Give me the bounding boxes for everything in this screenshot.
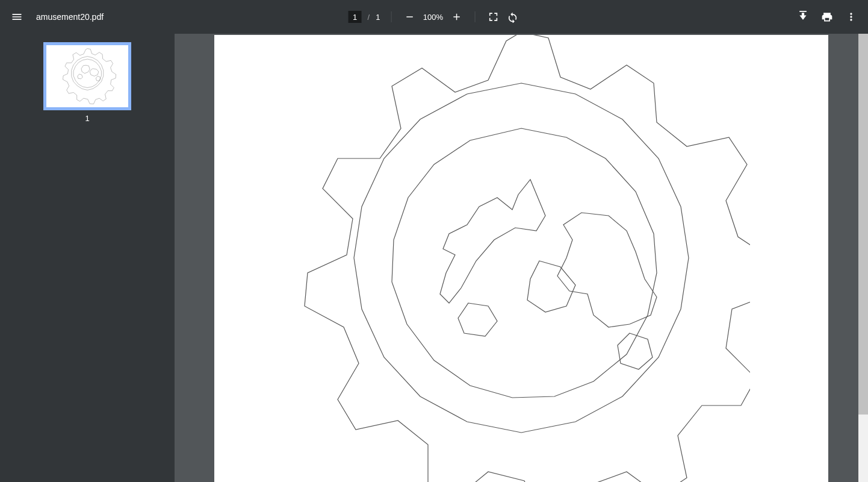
- toolbar-right: [796, 10, 858, 24]
- print-button[interactable]: [820, 10, 834, 24]
- thumbnail-sidebar: 1: [0, 34, 175, 482]
- svg-marker-11: [557, 213, 657, 327]
- svg-marker-2: [73, 59, 101, 87]
- gear-fish-icon: [51, 48, 124, 104]
- pdf-toolbar: amusement20.pdf / 1 100%: [0, 0, 868, 34]
- svg-marker-12: [527, 261, 575, 312]
- divider: [474, 11, 475, 22]
- gear-fish-drawing: [293, 35, 750, 482]
- divider: [391, 11, 391, 22]
- zoom-out-button[interactable]: [402, 10, 417, 24]
- svg-marker-8: [354, 83, 689, 433]
- thumbnail-page-number: 1: [85, 114, 89, 123]
- page-separator: /: [368, 13, 370, 22]
- file-title: amusement20.pdf: [36, 12, 104, 22]
- toolbar-center: / 1 100%: [349, 10, 520, 24]
- rotate-button[interactable]: [505, 10, 519, 24]
- vertical-scrollbar[interactable]: [858, 34, 868, 482]
- svg-marker-6: [96, 77, 101, 81]
- zoom-level: 100%: [421, 13, 444, 22]
- pdf-page: [214, 35, 828, 482]
- thumbnail-item: 1: [43, 42, 131, 123]
- fit-to-page-button[interactable]: [486, 10, 500, 24]
- svg-marker-3: [81, 65, 90, 74]
- document-viewer[interactable]: [175, 34, 868, 482]
- more-options-button[interactable]: [844, 10, 858, 24]
- download-button[interactable]: [796, 10, 810, 24]
- svg-marker-13: [458, 303, 497, 336]
- svg-marker-9: [392, 128, 657, 398]
- svg-marker-7: [305, 35, 750, 482]
- page-total: 1: [376, 13, 380, 22]
- svg-marker-4: [90, 69, 99, 76]
- menu-icon[interactable]: [10, 10, 24, 24]
- page-number-input[interactable]: [349, 11, 362, 23]
- content-area: 1: [0, 34, 868, 482]
- toolbar-left: amusement20.pdf: [10, 10, 104, 24]
- zoom-in-button[interactable]: [449, 10, 463, 24]
- svg-marker-5: [78, 74, 82, 79]
- svg-marker-1: [71, 57, 103, 90]
- page-thumbnail[interactable]: [43, 42, 131, 110]
- scrollbar-thumb[interactable]: [858, 34, 868, 415]
